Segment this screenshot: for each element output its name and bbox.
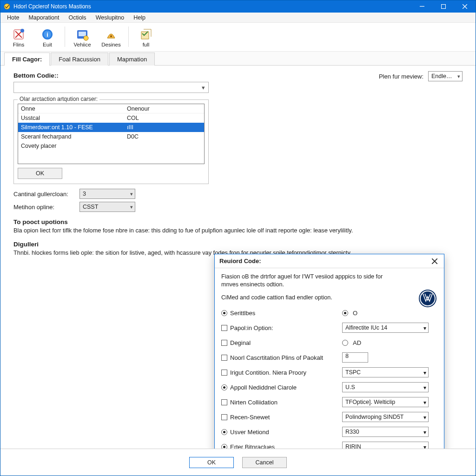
footer-cancel-button[interactable]: Cancel bbox=[242, 457, 287, 468]
carser-listbox[interactable]: Onne Onenour UsstcalCOL Silmerdowr:ont 1… bbox=[18, 104, 205, 164]
list-header-col1: Onne bbox=[18, 106, 125, 112]
dialog-option-row: Papol:in Option:Alfirectite IUc 14▾ bbox=[221, 320, 437, 335]
svg-point-11 bbox=[110, 35, 112, 37]
toolbar-euit-button[interactable]: i Euit bbox=[33, 25, 62, 51]
tab-fill-cagor[interactable]: Fill Cagor: bbox=[4, 53, 50, 66]
option-label: AD bbox=[353, 339, 361, 346]
dialog-titlebar: Reuiord Code: bbox=[215, 254, 444, 268]
option-select-value: TFOptice]. Welticlip bbox=[345, 399, 395, 405]
chevron-down-icon: ▾ bbox=[457, 73, 460, 79]
olar-fieldset: Olar arctaction artqution carser: Onne O… bbox=[13, 99, 209, 184]
menubar-item[interactable]: Help bbox=[130, 13, 149, 22]
dialog-sublabel: CiMed and codie cattion fiad endler opti… bbox=[221, 294, 437, 301]
toolbar-flins-button[interactable]: Flins bbox=[4, 25, 33, 51]
option-label: Usver Metiond bbox=[230, 429, 269, 436]
window-title: Hdorl Cpclerof Notors Mastions bbox=[13, 3, 91, 10]
cantinal-select[interactable]: 3 ▾ bbox=[79, 189, 135, 199]
metihon-label: Metihon opline: bbox=[13, 204, 74, 211]
chevron-down-icon: ▾ bbox=[423, 443, 426, 449]
dialog-option-row: Irigut Contition. Niera ProoryTSPC▾ bbox=[221, 365, 437, 380]
content-area: Plen fur meview: Endle… ▾ Bettom Codie::… bbox=[0, 66, 476, 449]
dialog-options: SerittlbesOPapol:in Option:Alfirectite I… bbox=[221, 305, 437, 449]
checkbox[interactable] bbox=[221, 340, 227, 346]
option-select[interactable]: TFOptice]. Welticlip▾ bbox=[342, 397, 429, 407]
toolbar-label: Euit bbox=[43, 42, 52, 47]
radio-button[interactable] bbox=[342, 310, 348, 316]
dialog-option-row: Noorl Cascrtitation Plins of Paokalt8 bbox=[221, 350, 437, 365]
checkbox[interactable] bbox=[221, 325, 227, 331]
option-label: Erter Bitnraclues bbox=[230, 443, 275, 449]
plan-select[interactable]: Endle… ▾ bbox=[428, 71, 463, 81]
menubar-item[interactable]: Maporationt bbox=[25, 13, 63, 22]
option-select-value: RIRIN bbox=[345, 443, 361, 449]
option-label: Serittlbes bbox=[230, 310, 255, 317]
footer-ok-button[interactable]: OK bbox=[189, 457, 234, 468]
chevron-down-icon: ▾ bbox=[423, 429, 426, 436]
option-select[interactable]: R330▾ bbox=[342, 427, 429, 437]
window-maximize-button[interactable] bbox=[433, 0, 454, 13]
list-header: Onne Onenour bbox=[18, 104, 204, 113]
option-select[interactable]: RIRIN▾ bbox=[342, 442, 429, 449]
menubar: Hote Maporationt Octiols Weslupitno Help bbox=[0, 13, 476, 23]
metihon-value: CSST bbox=[83, 204, 98, 210]
list-item[interactable]: Sceranl fecharpandD0C bbox=[18, 132, 204, 141]
list-item[interactable]: Silmerdowr:ont 1.10 - FESEıIII bbox=[18, 123, 204, 132]
option-label: Papol:in Option: bbox=[230, 324, 273, 331]
option-select[interactable]: TSPC▾ bbox=[342, 367, 429, 377]
checkbox[interactable] bbox=[221, 355, 227, 361]
window-close-button[interactable] bbox=[454, 0, 476, 13]
option-label: Deginal bbox=[230, 339, 251, 346]
dialog-option-row: Erter BitnracluesRIRIN▾ bbox=[221, 439, 437, 449]
window-minimize-button[interactable] bbox=[411, 0, 433, 13]
svg-point-12 bbox=[419, 290, 436, 307]
full-icon bbox=[139, 28, 152, 41]
toolbar-vehicle-button[interactable]: Vehiice bbox=[68, 25, 97, 51]
cantinal-label: Cantinal gullercloan: bbox=[13, 191, 74, 198]
radio-button[interactable] bbox=[221, 429, 227, 435]
list-item[interactable]: UsstcalCOL bbox=[18, 113, 204, 123]
toolbar-separator bbox=[128, 26, 129, 47]
plan-meview-row: Plen fur meview: Endle… ▾ bbox=[379, 71, 463, 81]
svg-text:i: i bbox=[46, 31, 48, 38]
tab-foal-racussion[interactable]: Foal Racussion bbox=[51, 53, 108, 66]
chevron-down-icon: ▾ bbox=[423, 414, 426, 421]
option-select-value: R330 bbox=[345, 429, 359, 435]
radio-button[interactable] bbox=[342, 340, 348, 346]
option-select[interactable]: U.S▾ bbox=[342, 382, 429, 392]
radio-button[interactable] bbox=[221, 384, 227, 390]
option-select[interactable]: Polindwroping SIND5T▾ bbox=[342, 412, 429, 422]
svg-point-4 bbox=[20, 29, 24, 33]
svg-point-0 bbox=[4, 4, 10, 9]
list-header-col2: Onenour bbox=[125, 106, 204, 112]
dialog-intro: Fiasion oB the drtrfor aguel for I'WT ve… bbox=[221, 273, 398, 289]
footer: OK Cancel bbox=[0, 449, 476, 476]
list-item[interactable]: Covety placer bbox=[18, 141, 204, 151]
radio-button[interactable] bbox=[221, 310, 227, 316]
dialog-option-row: DeginalAD bbox=[221, 335, 437, 350]
svg-rect-2 bbox=[442, 5, 446, 9]
dialog-option-row: SerittlbesO bbox=[221, 305, 437, 320]
toolbar-full-button[interactable]: full bbox=[132, 25, 160, 51]
checkbox[interactable] bbox=[221, 399, 227, 405]
option-label: O bbox=[353, 310, 357, 317]
radio-button[interactable] bbox=[221, 444, 227, 449]
menubar-item[interactable]: Weslupitno bbox=[92, 13, 128, 22]
option-input[interactable]: 8 bbox=[342, 352, 368, 363]
dialog-close-button[interactable] bbox=[430, 257, 439, 266]
bettom-combo[interactable]: ▾ bbox=[13, 82, 209, 93]
titlebar: Hdorl Cpclerof Notors Mastions bbox=[0, 0, 476, 13]
option-select[interactable]: Alfirectite IUc 14▾ bbox=[342, 323, 429, 333]
vw-logo-icon bbox=[418, 289, 437, 308]
chevron-down-icon: ▾ bbox=[423, 369, 426, 376]
menubar-item[interactable]: Hote bbox=[3, 13, 23, 22]
fieldset-ok-button[interactable]: OK bbox=[18, 168, 62, 179]
tab-mapmation[interactable]: Mapmation bbox=[109, 53, 155, 66]
dialog-option-row: Usver MetiondR330▾ bbox=[221, 424, 437, 439]
menubar-item[interactable]: Octiols bbox=[65, 13, 90, 22]
toolbar-label: full bbox=[143, 42, 150, 47]
chevron-down-icon: ▾ bbox=[423, 399, 426, 406]
metihon-select[interactable]: CSST ▾ bbox=[79, 202, 135, 212]
checkbox[interactable] bbox=[221, 370, 227, 376]
toolbar-desines-button[interactable]: Desines bbox=[97, 25, 126, 51]
checkbox[interactable] bbox=[221, 414, 227, 420]
